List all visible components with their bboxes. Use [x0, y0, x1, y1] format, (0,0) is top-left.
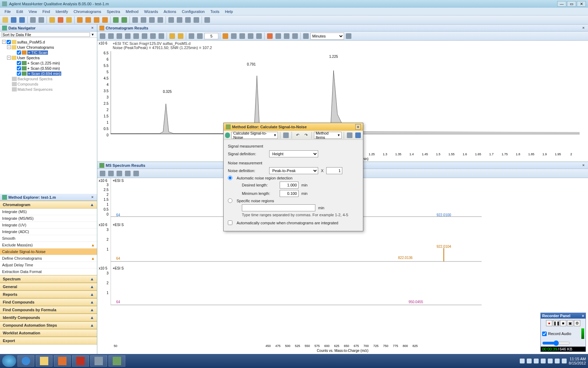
dlg-copy-icon[interactable]: [346, 131, 353, 139]
tb-tool2-icon[interactable]: [140, 16, 147, 24]
rec-camera-button[interactable]: ▣: [567, 320, 573, 326]
tree-scan-3[interactable]: + Scan (0.694 min): [27, 71, 61, 76]
ct-pct2-icon[interactable]: [274, 32, 282, 40]
dlg-home-icon[interactable]: [282, 131, 289, 139]
sort-dropdown-icon[interactable]: ▾: [90, 32, 96, 37]
ct-target-icon[interactable]: [149, 32, 157, 40]
ct-fit-icon[interactable]: [141, 32, 148, 40]
ct-pan-icon[interactable]: [107, 32, 115, 40]
menu-configuration[interactable]: Configuration: [180, 9, 207, 14]
dlg-save-icon[interactable]: [355, 131, 362, 139]
tb-run-icon[interactable]: [57, 16, 64, 24]
tb-tool4-icon[interactable]: [156, 16, 164, 24]
ct-pct3-icon[interactable]: [283, 32, 290, 40]
section-reports[interactable]: Reports▲: [0, 291, 97, 298]
tb-tool7-icon[interactable]: [184, 16, 192, 24]
item-extraction-fmt[interactable]: Extraction Data Format: [0, 268, 97, 275]
ct-t1-icon[interactable]: [230, 32, 238, 40]
tb-tool5-icon[interactable]: [167, 16, 175, 24]
ct-expand-icon[interactable]: [99, 32, 106, 40]
spectrum-close-icon[interactable]: ×: [581, 163, 586, 168]
ct-select-icon[interactable]: [158, 32, 165, 40]
menu-view[interactable]: View: [26, 9, 40, 14]
audio-slider[interactable]: [542, 340, 570, 346]
method-selector[interactable]: Calculate Signal-to-Noise▾: [231, 132, 278, 139]
tree-compounds[interactable]: Compounds: [18, 82, 38, 86]
navigator-close-icon[interactable]: ×: [90, 26, 95, 30]
tb-peak1-icon[interactable]: [76, 16, 84, 24]
tb-method-icon[interactable]: [48, 16, 56, 24]
menu-chromatograms[interactable]: Chromatograms: [71, 9, 104, 14]
tray-icon[interactable]: [527, 359, 532, 363]
tree-matched-seq[interactable]: Matched Sequences: [18, 87, 52, 91]
tree-tic-scan[interactable]: + TIC Scan: [27, 50, 48, 55]
tree-root[interactable]: sulfas_PosMS.d: [17, 40, 45, 44]
tray-icon[interactable]: [541, 359, 546, 363]
item-define-chrom[interactable]: Define Chromatograms▲: [0, 255, 97, 262]
tb-print-icon[interactable]: [29, 16, 37, 24]
st-v-icon[interactable]: [124, 170, 132, 177]
section-find-compounds[interactable]: Find Compounds▲: [0, 298, 97, 306]
tb-tool1-icon[interactable]: [131, 16, 139, 24]
tree-user-spec[interactable]: User Spectra: [17, 56, 40, 60]
tb-find-icon[interactable]: [65, 16, 73, 24]
ct-zoom-icon[interactable]: [132, 32, 140, 40]
taskbar-app2[interactable]: [108, 355, 125, 367]
dlg-redo-icon[interactable]: ↷: [302, 131, 309, 139]
tree-scan-2[interactable]: + Scan (0.550 min): [27, 66, 60, 70]
section-identify[interactable]: Identify Compounds▲: [0, 314, 97, 321]
dialog-close-icon[interactable]: ×: [355, 124, 361, 130]
ct-varrows-icon[interactable]: [124, 32, 132, 40]
taskbar-app1[interactable]: [90, 355, 107, 367]
tree-scan-1[interactable]: + Scan (1.225 min): [27, 61, 60, 65]
menu-identify[interactable]: Identify: [53, 9, 70, 14]
item-integrate-adc[interactable]: Integrate (ADC): [0, 229, 97, 235]
tree-checkbox[interactable]: [17, 71, 21, 76]
rec-pause-button[interactable]: ❚❚: [553, 320, 559, 326]
multiplier-input[interactable]: [326, 167, 342, 174]
taskbar-pdf[interactable]: [72, 355, 89, 367]
tree-checkbox[interactable]: [7, 40, 11, 44]
noise-definition-select[interactable]: Peak-to-Peak: [269, 167, 318, 174]
navigator-tree[interactable]: −sulfas_PosMS.d −User Chromatograms + TI…: [0, 38, 97, 194]
dialog-titlebar[interactable]: Method Editor: Calculate Signal-to-Noise…: [224, 123, 363, 131]
item-integrate-uv[interactable]: Integrate (UV): [0, 222, 97, 229]
tb-tool8-icon[interactable]: [192, 16, 200, 24]
st-zoom-icon[interactable]: [132, 170, 140, 177]
section-chromatogram[interactable]: Chromatogram▲: [0, 201, 97, 209]
st-h-icon[interactable]: [115, 170, 123, 177]
ct-undo-icon[interactable]: [188, 32, 195, 40]
taskbar-ie[interactable]: [18, 355, 34, 367]
tb-save-icon[interactable]: [10, 16, 18, 24]
method-explorer-close-icon[interactable]: ×: [90, 195, 95, 200]
tb-save-as-icon[interactable]: [18, 16, 26, 24]
menu-file[interactable]: File: [2, 9, 13, 14]
rec-record-button[interactable]: ●: [546, 320, 552, 326]
record-audio-checkbox[interactable]: [542, 332, 547, 336]
recorder-titlebar[interactable]: Recorder Panel×: [541, 313, 586, 319]
desired-length-input[interactable]: [280, 182, 299, 189]
tree-toggle-icon[interactable]: −: [7, 56, 11, 60]
tray-clock[interactable]: 11:15 AM 8/15/2012: [569, 357, 586, 365]
ct-peak-icon[interactable]: [168, 32, 176, 40]
tree-user-chrom[interactable]: User Chromatograms: [17, 45, 54, 49]
tray-icon[interactable]: [555, 359, 560, 363]
menu-tools[interactable]: Tools: [208, 9, 222, 14]
section-general[interactable]: General▲: [0, 283, 97, 291]
menu-actions[interactable]: Actions: [161, 9, 178, 14]
menu-method[interactable]: Method: [123, 9, 141, 14]
dlg-undo-icon[interactable]: ↶: [294, 131, 301, 139]
tray-icon[interactable]: [534, 359, 539, 363]
maximize-button[interactable]: ▭: [567, 1, 576, 7]
menu-spectra[interactable]: Spectra: [104, 9, 122, 14]
specific-noise-radio[interactable]: [228, 198, 232, 203]
rec-settings-button[interactable]: ⚙: [574, 320, 580, 326]
item-smooth[interactable]: Smooth: [0, 235, 97, 242]
run-icon[interactable]: [225, 132, 230, 138]
item-adjust-delay[interactable]: Adjust Delay Time: [0, 262, 97, 268]
tree-checkbox[interactable]: [17, 66, 21, 70]
ct-peak2-icon[interactable]: [177, 32, 184, 40]
start-button[interactable]: [2, 355, 16, 367]
menu-help[interactable]: Help: [223, 9, 236, 14]
tb-layout-icon[interactable]: [37, 16, 45, 24]
